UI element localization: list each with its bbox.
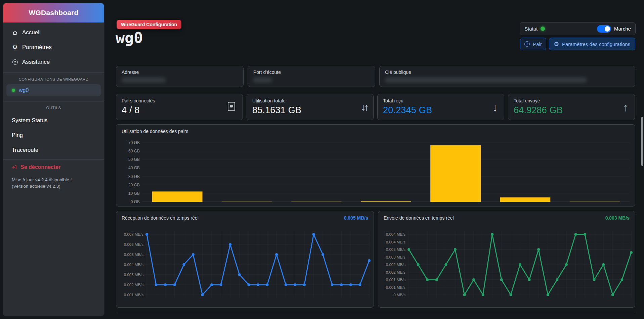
total-received-value: 20.2345 GB [383,105,499,116]
divider [3,73,104,73]
configuration-settings-button[interactable]: ⚙ Paramètres des configurations [549,38,635,50]
sidebar-tool-ping[interactable]: Ping [3,128,104,142]
svg-text:10 GB: 10 GB [128,191,140,196]
public-key-label: Clé publique [385,70,630,75]
listen-port-label: Port d'écoute [253,70,370,75]
listen-port-card: Port d'écoute [248,66,375,87]
svg-text:60 GB: 60 GB [128,149,140,153]
sidebar-configuration-wg0[interactable]: wg0 [6,84,101,96]
page-title: wg0 [116,28,143,48]
total-received-label: Total reçu [383,98,499,103]
logout-label: Se déconnecter [20,164,60,170]
svg-text:0.004 MB/s: 0.004 MB/s [124,263,143,267]
svg-text:30 GB: 30 GB [128,174,140,179]
redacted-value [122,78,165,82]
sidebar-item-label: Assistance [22,59,50,65]
help-icon: ? [12,59,18,65]
send-rate-chart-card: Envoie de données en temps réel 0.003 MB… [378,211,635,308]
svg-text:0.001 MB/s: 0.001 MB/s [386,278,405,282]
toggle-knob-icon [605,26,610,32]
svg-text:0.001 MB/s: 0.001 MB/s [124,293,143,297]
svg-text:0.004 MB/s: 0.004 MB/s [386,232,405,236]
status-bar: Statut Marche [520,22,636,35]
sidebar-item-accueil[interactable]: Accueil [3,25,104,40]
address-label: Adresse [122,70,238,75]
svg-text:0 GB: 0 GB [131,199,140,204]
logout-icon [12,165,17,170]
svg-text:20 GB: 20 GB [128,183,140,187]
connected-peers-value: 4 / 8 [122,105,237,116]
sidebar-item-assistance[interactable]: ?Assistance [3,55,104,70]
sidebar-nav: Accueil⚙Paramètres?Assistance [3,22,104,70]
total-usage-value: 85.1631 GB [252,105,368,116]
configurations-list: wg0 [3,84,104,96]
svg-text:0.001 MB/s: 0.001 MB/s [386,285,405,289]
svg-text:70 GB: 70 GB [128,140,140,145]
app-brand: WGDashboard [3,3,104,22]
sidebar-item-label: Accueil [22,29,41,36]
configuration-status-dot-icon [12,89,15,92]
total-sent-card: Total envoyé 64.9286 GB ↑ [508,94,635,120]
redacted-value [253,78,272,82]
gear-icon: ⚙ [12,44,18,51]
connected-peers-card: Pairs connectés 4 / 8 [116,94,243,120]
status-dot-icon [541,27,545,31]
address-card: Adresse [116,66,244,87]
total-usage-card: Utilisation totale 85.1631 GB ↓↑ [247,94,374,120]
page-scrollbar[interactable] [641,117,643,166]
svg-text:0.004 MB/s: 0.004 MB/s [386,240,405,244]
total-sent-label: Total envoyé [514,98,629,103]
svg-text:0.002 MB/s: 0.002 MB/s [124,283,143,287]
svg-text:0.006 MB/s: 0.006 MB/s [124,242,143,246]
sidebar-item-parametres[interactable]: ⚙Paramètres [3,40,104,55]
total-received-card: Total reçu 20.2345 GB ↓ [377,94,504,120]
receive-rate-chart-card: Réception de données en temps réel 0.005… [116,211,374,308]
divider [3,101,104,101]
sidebar-item-label: Paramètres [22,44,52,51]
svg-text:0.003 MB/s: 0.003 MB/s [386,255,405,259]
update-notice[interactable]: Mise à jour v4.2.4 disponible ! (Version… [12,177,84,190]
status-toggle[interactable] [597,25,611,33]
configuration-name: wg0 [19,87,29,93]
arrow-down-icon: ↓ [492,101,498,112]
home-icon [12,30,18,36]
gear-icon: ⚙ [554,41,559,48]
send-rate-chart: 0.004 MB/s0.004 MB/s0.003 MB/s0.003 MB/s… [378,211,635,307]
public-key-card: Clé publique [379,66,635,87]
peer-data-usage-chart: 70 GB60 GB50 GB40 GB30 GB20 GB10 GB0 GB [116,125,635,206]
receive-rate-chart: 0.007 MB/s0.006 MB/s0.005 MB/s0.004 MB/s… [116,211,374,307]
svg-text:0.007 MB/s: 0.007 MB/s [124,232,143,236]
arrow-up-icon: ↑ [623,101,629,112]
add-peer-label: Pair [533,41,542,47]
svg-text:0.002 MB/s: 0.002 MB/s [386,263,405,267]
svg-text:0.002 MB/s: 0.002 MB/s [386,270,405,274]
redacted-value [385,78,587,82]
tools-list: System StatusPingTraceroute [3,113,104,157]
logout-button[interactable]: Se déconnecter [3,160,104,175]
svg-text:0.003 MB/s: 0.003 MB/s [124,273,143,277]
plus-circle-icon: + [524,41,530,47]
sidebar-tool-system-status[interactable]: System Status [3,113,104,128]
app-title: WGDashboard [29,9,78,17]
sidebar-tool-traceroute[interactable]: Traceroute [3,142,104,157]
svg-text:0 MB/s: 0 MB/s [393,293,405,297]
configurations-section-label: CONFIGURATIONS DE WIREGUARD [3,77,104,81]
svg-text:0.005 MB/s: 0.005 MB/s [124,253,143,257]
ethernet-icon [226,101,237,113]
svg-text:50 GB: 50 GB [128,157,140,162]
sidebar: WGDashboard Accueil⚙Paramètres?Assistanc… [3,3,104,316]
connected-peers-label: Pairs connectés [122,98,237,103]
svg-text:40 GB: 40 GB [128,166,140,170]
svg-text:0.003 MB/s: 0.003 MB/s [386,247,405,252]
divider [116,312,635,312]
total-sent-value: 64.9286 GB [514,105,629,116]
status-label: Statut [524,26,538,32]
status-on-label: Marche [614,26,631,32]
settings-label: Paramètres des configurations [562,41,630,47]
peer-data-usage-chart-card: Utilisation de données des pairs 70 GB60… [116,124,635,207]
tools-section-label: OUTILS [3,106,104,110]
total-usage-label: Utilisation totale [252,98,368,103]
add-peer-button[interactable]: + Pair [520,38,546,50]
arrows-down-up-icon: ↓↑ [361,102,367,112]
